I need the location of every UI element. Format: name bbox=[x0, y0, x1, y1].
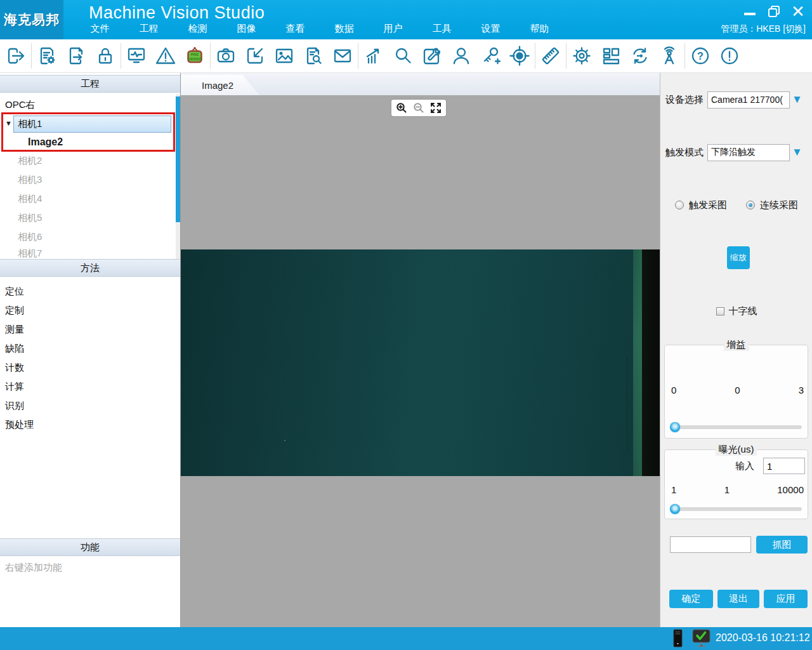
user-icon[interactable] bbox=[447, 41, 476, 70]
window-controls: ✕ bbox=[741, 3, 807, 20]
trigger-capture-radio[interactable] bbox=[675, 201, 684, 209]
method-item-preprocess[interactable]: 预处理 bbox=[0, 417, 175, 432]
tree-item-camera6[interactable]: 相机6 bbox=[0, 229, 175, 244]
menu-user[interactable]: 用户 bbox=[369, 20, 417, 39]
gain-slider-track bbox=[671, 425, 802, 429]
exposure-input-label: 输入 bbox=[735, 460, 754, 472]
layout-icon[interactable] bbox=[596, 41, 625, 70]
help-icon[interactable]: ? bbox=[686, 41, 715, 70]
apply-button[interactable]: 应用 bbox=[764, 590, 808, 608]
method-item-identify[interactable]: 识别 bbox=[0, 398, 175, 413]
tree-item-camera1[interactable]: 相机1 bbox=[13, 116, 171, 133]
menu-image[interactable]: 图像 bbox=[222, 20, 271, 39]
mail-icon[interactable] bbox=[328, 41, 357, 70]
target-icon[interactable] bbox=[505, 41, 534, 70]
exposure-slider[interactable] bbox=[671, 504, 802, 514]
minimize-button[interactable] bbox=[741, 3, 759, 20]
logout-icon[interactable] bbox=[1, 41, 30, 70]
user-info: 管理员：HKEB [切换] bbox=[721, 23, 806, 35]
settings-icon[interactable] bbox=[567, 41, 596, 70]
expander-icon[interactable]: ▼ bbox=[5, 119, 12, 127]
tab-image2[interactable]: Image2 bbox=[181, 75, 259, 95]
method-item-calc[interactable]: 计算 bbox=[0, 379, 175, 394]
ok-button[interactable]: 确定 bbox=[669, 590, 713, 608]
exposure-slider-thumb[interactable] bbox=[670, 504, 680, 514]
close-button[interactable]: ✕ bbox=[789, 3, 807, 20]
gain-slider[interactable] bbox=[671, 422, 802, 432]
exposure-max: 10000 bbox=[777, 484, 804, 495]
monitor-icon[interactable] bbox=[122, 41, 151, 70]
project-config-icon[interactable] bbox=[32, 41, 62, 70]
tree-item-camera4[interactable]: 相机4 bbox=[0, 191, 175, 206]
gain-slider-thumb[interactable] bbox=[670, 422, 680, 432]
menu-help[interactable]: 帮助 bbox=[515, 20, 564, 39]
restore-button[interactable] bbox=[765, 3, 783, 20]
tree-item-camera3[interactable]: 相机3 bbox=[0, 172, 175, 187]
zoom-out-icon[interactable] bbox=[412, 102, 425, 114]
tree-scrollbar-thumb[interactable] bbox=[176, 96, 180, 222]
tree-item-camera7[interactable]: 相机7 bbox=[0, 248, 175, 259]
tree-item-camera2[interactable]: 相机2 bbox=[0, 153, 175, 168]
camera-image[interactable] bbox=[181, 249, 660, 476]
trigger-mode-dropdown[interactable]: 下降沿触发 bbox=[707, 144, 790, 161]
continuous-capture-radio[interactable] bbox=[746, 201, 755, 209]
selected-camera-highlight: ▼ 相机1 Image2 bbox=[1, 112, 175, 152]
tree-item-opc-root[interactable]: OPC右 bbox=[0, 97, 175, 112]
image-dark-strip bbox=[642, 249, 660, 476]
toolbar-separator bbox=[358, 43, 358, 69]
grab-filename-input[interactable] bbox=[670, 536, 751, 553]
grab-button[interactable]: 抓图 bbox=[756, 536, 808, 554]
zoom-in-icon[interactable] bbox=[395, 102, 408, 114]
device-dropdown-arrow-icon[interactable]: ▼ bbox=[792, 93, 802, 106]
tree-item-image2[interactable]: Image2 bbox=[28, 134, 63, 150]
tree-item-camera5[interactable]: 相机5 bbox=[0, 210, 175, 225]
menu-view[interactable]: 查看 bbox=[271, 20, 320, 39]
ruler-icon[interactable] bbox=[536, 41, 565, 70]
menu-tools[interactable]: 工具 bbox=[417, 20, 466, 39]
warning-icon[interactable] bbox=[151, 41, 180, 70]
titlebar: 海克易邦 Machine Vision Studio ✕ 文件 工程 检测 图像… bbox=[0, 0, 812, 39]
menu-settings[interactable]: 设置 bbox=[466, 20, 515, 39]
svg-text:PRE: PRE bbox=[191, 53, 199, 56]
toolbox-icon[interactable] bbox=[417, 41, 447, 70]
camera-icon[interactable] bbox=[211, 41, 240, 70]
search-icon[interactable] bbox=[388, 41, 417, 70]
exposure-value: 1 bbox=[724, 484, 730, 495]
report-search-icon[interactable] bbox=[299, 41, 328, 70]
device-select-dropdown[interactable]: Camera1 217700( bbox=[707, 91, 790, 109]
image-import-icon[interactable] bbox=[240, 41, 270, 70]
exposure-input[interactable] bbox=[763, 458, 805, 474]
tower-pc-tray-icon[interactable] bbox=[671, 629, 684, 650]
left-panel: 工程 OPC右 ▼ 相机1 Image2 相机2 相机3 相机4 相机5 相机6… bbox=[0, 73, 181, 627]
lock-icon[interactable] bbox=[91, 41, 120, 70]
tree-scrollbar[interactable] bbox=[176, 94, 180, 260]
method-item-custom[interactable]: 定制 bbox=[0, 303, 175, 318]
zoom-button[interactable]: 缩放 bbox=[727, 246, 750, 269]
admin-label: 管理员：HKEB bbox=[721, 23, 780, 34]
method-item-defect[interactable]: 缺陷 bbox=[0, 341, 175, 356]
network-ok-tray-icon[interactable] bbox=[691, 629, 712, 650]
pre-order-icon[interactable]: PRE ORDER bbox=[180, 41, 209, 70]
gain-min: 0 bbox=[671, 385, 676, 395]
statistics-icon[interactable] bbox=[359, 41, 388, 70]
exit-button[interactable]: 退出 bbox=[717, 590, 759, 608]
key-add-icon[interactable] bbox=[476, 41, 505, 70]
switch-user-link[interactable]: [切换] bbox=[783, 23, 806, 34]
crosshair-checkbox[interactable] bbox=[716, 307, 724, 315]
menu-data[interactable]: 数据 bbox=[320, 20, 369, 39]
method-item-measure[interactable]: 测量 bbox=[0, 322, 175, 337]
sync-icon[interactable] bbox=[625, 41, 655, 70]
trigger-dropdown-arrow-icon[interactable]: ▼ bbox=[792, 146, 802, 159]
menu-file[interactable]: 文件 bbox=[75, 20, 124, 39]
project-export-icon[interactable] bbox=[62, 41, 91, 70]
method-item-count[interactable]: 计数 bbox=[0, 360, 175, 375]
viewer-canvas[interactable] bbox=[181, 95, 660, 627]
menu-project[interactable]: 工程 bbox=[124, 20, 173, 39]
method-item-locate[interactable]: 定位 bbox=[0, 284, 175, 299]
about-icon[interactable] bbox=[715, 41, 744, 70]
menu-inspect[interactable]: 检测 bbox=[173, 20, 222, 39]
toolbar-separator bbox=[210, 43, 211, 69]
image-icon[interactable] bbox=[270, 41, 299, 70]
broadcast-icon[interactable] bbox=[655, 41, 684, 70]
fit-screen-icon[interactable] bbox=[429, 102, 442, 114]
